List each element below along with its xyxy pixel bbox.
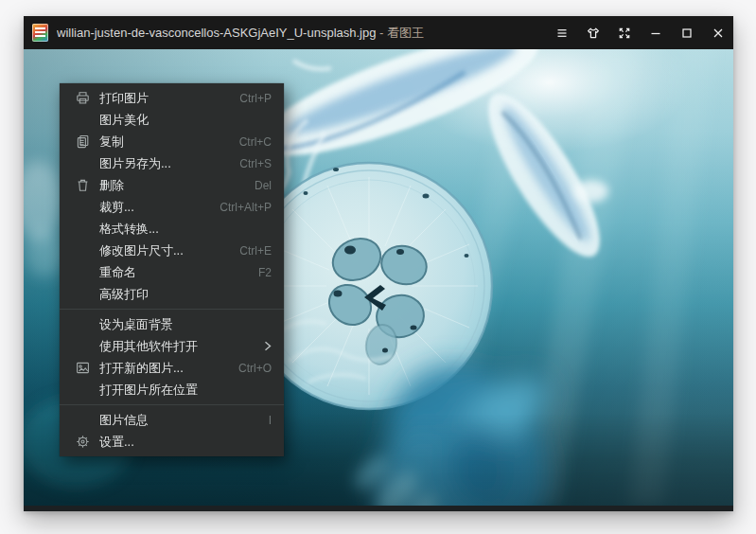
minimize-icon — [648, 26, 663, 41]
menu-item-label: 删除 — [99, 177, 124, 194]
menu-item-label: 高级打印 — [99, 286, 149, 303]
copy-icon — [74, 134, 91, 150]
titlebar[interactable]: willian-justen-de-vasconcellos-ASKGjAeIY… — [24, 16, 733, 49]
context-menu: 打印图片 Ctrl+P 图片美化 复制 Ctrl+C 图片另存为... Ctrl… — [60, 83, 284, 456]
icon-spacer — [74, 243, 91, 258]
minimize-button[interactable] — [640, 16, 671, 49]
menu-item-label: 设为桌面背景 — [99, 316, 173, 333]
menu-item-settings[interactable]: 设置... — [60, 431, 284, 453]
menu-item-label: 图片美化 — [99, 112, 149, 129]
icon-spacer — [74, 287, 91, 302]
window-title: willian-justen-de-vasconcellos-ASKGjAeIY… — [57, 25, 424, 42]
menu-item-delete[interactable]: 删除 Del — [60, 174, 284, 196]
desktop-stage: willian-justen-de-vasconcellos-ASKGjAeIY… — [0, 0, 756, 534]
menu-item-label: 图片信息 — [99, 412, 149, 429]
menu-item-label: 修改图片尺寸... — [99, 242, 184, 259]
printer-icon — [74, 91, 91, 106]
icon-spacer — [74, 200, 91, 215]
menu-item-save-as[interactable]: 图片另存为... Ctrl+S — [60, 152, 284, 174]
icon-spacer — [74, 317, 91, 332]
menu-separator — [60, 404, 284, 405]
menu-item-label: 复制 — [99, 134, 124, 151]
menu-item-shortcut: Ctrl+S — [226, 157, 272, 170]
icon-spacer — [74, 222, 91, 237]
menu-item-format-convert[interactable]: 格式转换... — [60, 218, 284, 240]
trash-icon — [74, 178, 91, 193]
icon-spacer — [74, 339, 91, 354]
menu-item-resize[interactable]: 修改图片尺寸... Ctrl+E — [60, 240, 284, 261]
menu-item-crop[interactable]: 裁剪... Ctrl+Alt+P — [60, 196, 284, 218]
menu-item-shortcut: F2 — [245, 266, 272, 279]
icon-spacer — [74, 413, 91, 428]
fullscreen-button[interactable] — [608, 16, 640, 49]
submenu-arrow-icon — [264, 341, 272, 351]
menu-item-label: 使用其他软件打开 — [99, 338, 198, 355]
menu-item-label: 设置... — [99, 434, 134, 451]
title-filename: willian-justen-de-vasconcellos-ASKGjAeIY… — [57, 26, 376, 40]
menu-item-image-info[interactable]: 图片信息 I — [60, 409, 284, 431]
menu-item-label: 裁剪... — [99, 199, 134, 216]
window-controls — [546, 16, 733, 49]
skin-button[interactable] — [577, 16, 608, 49]
menu-item-shortcut: Ctrl+Alt+P — [206, 201, 272, 214]
menu-item-shortcut: Del — [241, 179, 272, 192]
menu-icon — [554, 26, 570, 41]
menu-item-open-with[interactable]: 使用其他软件打开 — [60, 335, 284, 357]
icon-spacer — [74, 265, 91, 280]
fullscreen-icon — [617, 26, 632, 41]
menu-item-set-wallpaper[interactable]: 设为桌面背景 — [60, 313, 284, 335]
menu-separator — [60, 309, 284, 310]
icon-spacer — [74, 383, 91, 398]
menu-item-label: 打开图片所在位置 — [99, 382, 198, 399]
menu-item-label: 重命名 — [99, 264, 136, 281]
menu-item-advanced-print[interactable]: 高级打印 — [60, 283, 284, 305]
icon-spacer — [74, 156, 91, 171]
close-icon — [711, 26, 726, 41]
menu-item-open-file-location[interactable]: 打开图片所在位置 — [60, 379, 284, 400]
menu-item-shortcut: Ctrl+O — [225, 362, 272, 375]
maximize-button[interactable] — [671, 16, 702, 49]
menu-item-copy[interactable]: 复制 Ctrl+C — [60, 131, 284, 152]
icon-spacer — [74, 113, 91, 128]
menu-item-label: 打印图片 — [99, 90, 149, 107]
menu-item-label: 图片另存为... — [99, 155, 171, 172]
menu-item-print-image[interactable]: 打印图片 Ctrl+P — [60, 87, 284, 109]
menu-item-beautify[interactable]: 图片美化 — [60, 109, 284, 131]
skin-icon — [586, 26, 601, 41]
menu-item-shortcut: I — [255, 414, 272, 427]
menu-button[interactable] — [546, 16, 577, 49]
menu-item-rename[interactable]: 重命名 F2 — [60, 261, 284, 283]
menu-item-shortcut: Ctrl+P — [226, 92, 272, 105]
menu-item-shortcut: Ctrl+E — [226, 244, 272, 258]
menu-item-shortcut: Ctrl+C — [226, 135, 272, 149]
close-button[interactable] — [702, 16, 733, 49]
menu-item-label: 打开新的图片... — [99, 360, 184, 377]
window-bottom-edge — [24, 506, 733, 511]
menu-item-open-new-image[interactable]: 打开新的图片... Ctrl+O — [60, 357, 284, 379]
image-icon — [74, 361, 91, 376]
maximize-icon — [679, 26, 694, 41]
menu-item-label: 格式转换... — [99, 221, 159, 238]
title-app-name: - 看图王 — [376, 26, 424, 40]
app-logo-icon — [32, 24, 48, 42]
gear-icon — [74, 435, 91, 450]
